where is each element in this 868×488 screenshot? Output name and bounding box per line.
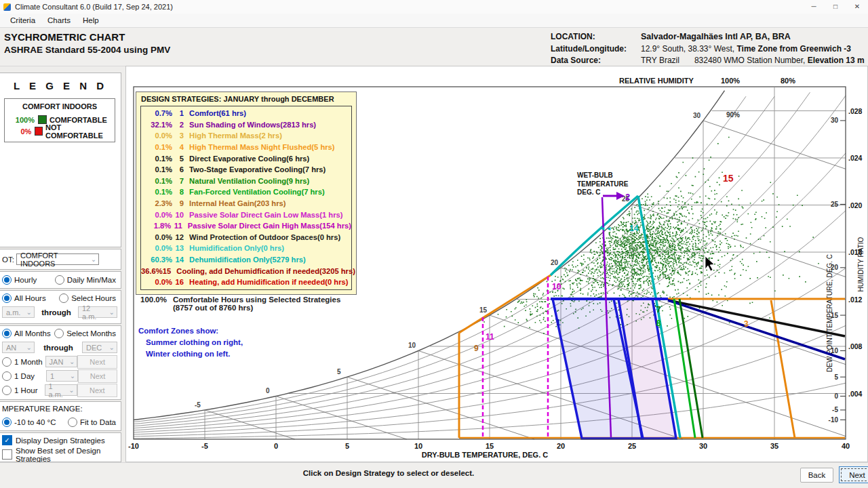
radio-daily-minmax[interactable] — [55, 275, 64, 285]
radio-one-day[interactable] — [2, 371, 12, 381]
design-strategies-header: DESIGN STRATEGIES: JANUARY through DECEM… — [136, 92, 356, 104]
svg-text:90%: 90% — [726, 111, 740, 119]
svg-text:80%: 80% — [781, 77, 795, 85]
menu-item-charts[interactable]: Charts — [41, 16, 77, 24]
page-title: SYCHROMETRIC CHART — [4, 31, 125, 43]
radio-all-hours[interactable] — [2, 293, 12, 303]
hours-from-dropdown[interactable]: a.m.⌄ — [2, 306, 35, 318]
svg-text:TEMPERATURE: TEMPERATURE — [577, 180, 629, 188]
one-hour-dropdown[interactable]: 1 a.m.⌄ — [45, 384, 77, 396]
footer-bar: Click on Design Strategy to select or de… — [0, 462, 868, 488]
svg-text:HUMIDITY RATIO: HUMIDITY RATIO — [857, 237, 865, 291]
chevron-down-icon: ⌄ — [68, 386, 74, 394]
svg-text:0: 0 — [834, 392, 838, 400]
chevron-down-icon: ⌄ — [26, 344, 32, 351]
radio-select-months[interactable] — [54, 329, 64, 338]
one-day-dropdown[interactable]: 1⌄ — [46, 370, 78, 382]
svg-text:RELATIVE HUMIDITY: RELATIVE HUMIDITY — [619, 77, 694, 85]
strategy-row[interactable]: 0.1%7 Natural Ventilation Cooling(9 hrs) — [141, 176, 351, 187]
location-value: Salvador-Magalhäes Intl AP, BA, BRA — [641, 32, 791, 41]
next-day-button[interactable]: Next — [78, 369, 117, 383]
strategy-row[interactable]: 0.1%6 Two-Stage Evaporative Cooling(7 hr… — [141, 164, 351, 176]
radio-fit-to-data[interactable] — [68, 418, 77, 427]
svg-text:8: 8 — [656, 319, 661, 328]
svg-text:1: 1 — [556, 318, 561, 327]
menu-item-criteria[interactable]: Criteria — [4, 16, 41, 24]
svg-text:.012: .012 — [848, 296, 863, 304]
radio-hourly[interactable] — [2, 275, 12, 285]
svg-text:WET-BULB: WET-BULB — [577, 171, 613, 179]
svg-text:0: 0 — [266, 387, 270, 394]
show-best-strategies-checkbox[interactable] — [2, 449, 12, 460]
radio-one-month[interactable] — [2, 357, 12, 367]
svg-text:DEG. C: DEG. C — [577, 188, 600, 196]
svg-text:10: 10 — [408, 342, 416, 349]
comfort-box-title: COMFORT INDOORS — [7, 102, 112, 110]
radio-temp-range[interactable] — [2, 418, 12, 427]
months-to-dropdown[interactable]: DEC⌄ — [82, 342, 117, 353]
hours-to-dropdown[interactable]: 12 a.m.⌄ — [78, 306, 117, 318]
comfort-zones-note: Comfort Zones show: Summer clothing on r… — [138, 325, 243, 360]
svg-text:-5: -5 — [832, 406, 838, 413]
location-info: LOCATION:Salvador-Magalhäes Intl AP, BA,… — [551, 32, 865, 68]
data-source-label: Data Source: — [551, 56, 641, 65]
close-icon[interactable]: ✕ — [846, 0, 868, 14]
legend-title: L E G E N D — [0, 80, 121, 92]
strategy-options-panel: ✓ Display Design Strategies Show Best se… — [0, 432, 121, 462]
strategy-row[interactable]: 60.3%14 Dehumidification Only(5279 hrs) — [141, 254, 351, 266]
strategy-row[interactable]: 0.0%13 Humidification Only(0 hrs) — [141, 243, 351, 254]
comfort-indoors-box: COMFORT INDOORS 100% COMFORTABLE 0% NOT … — [4, 98, 115, 142]
next-button[interactable]: Next — [839, 466, 868, 483]
temperature-range-label: MPERATURE RANGE: — [2, 405, 83, 413]
strategy-row[interactable]: 32.1%2 Sun Shading of Windows(2813 hrs) — [141, 119, 351, 131]
strategy-row[interactable]: 0.1%5 Direct Evaporative Cooling(6 hrs) — [141, 152, 351, 164]
radio-all-months[interactable] — [2, 329, 12, 338]
location-label: LOCATION: — [551, 32, 641, 41]
one-month-dropdown[interactable]: JAN⌄ — [45, 356, 78, 367]
svg-text:.028: .028 — [848, 107, 863, 115]
back-button[interactable]: Back — [800, 468, 833, 483]
months-from-dropdown[interactable]: AN⌄ — [2, 342, 35, 353]
menu-item-help[interactable]: Help — [77, 16, 105, 24]
display-design-strategies-checkbox[interactable]: ✓ — [2, 435, 12, 445]
strategy-row[interactable]: 0.1%4 High Thermal Mass Night Flushed(5 … — [141, 142, 351, 153]
not-comfortable-swatch — [35, 127, 43, 136]
strategy-row[interactable]: 0.0%10 Passive Solar Direct Gain Low Mas… — [141, 209, 351, 220]
hourly-mode-panel: Hourly Daily Min/Max — [0, 271, 121, 289]
page-subtitle: ASHRAE Standard 55-2004 using PMV — [4, 45, 170, 55]
strategy-row[interactable]: 0.0%3 High Thermal Mass(2 hrs) — [141, 130, 351, 142]
next-month-button[interactable]: Next — [77, 355, 117, 369]
strategy-row[interactable]: 0.0%12 Wind Protection of Outdoor Spaces… — [141, 232, 351, 243]
strategy-row[interactable]: 0.7%1 Comfort(61 hrs) — [141, 108, 351, 119]
chevron-down-icon: ⌄ — [109, 308, 115, 316]
legend-row-not-comfortable: 0% NOT COMFORTABLE — [7, 125, 112, 137]
svg-text:7: 7 — [656, 305, 661, 314]
radio-one-hour[interactable] — [2, 386, 12, 395]
strategy-row[interactable]: 2.3%9 Internal Heat Gain(203 hrs) — [141, 198, 351, 209]
svg-text:-5: -5 — [201, 442, 208, 450]
svg-text:.024: .024 — [848, 154, 863, 162]
plot-label: OT: — [2, 256, 14, 264]
strategy-row[interactable]: 36.6%15 Cooling, add Dehumidfication if … — [141, 265, 351, 277]
svg-text:11: 11 — [486, 332, 494, 342]
plot-dropdown[interactable]: COMFORT INDOORS⌄ — [16, 253, 99, 265]
svg-text:10: 10 — [414, 442, 422, 450]
radio-select-hours[interactable] — [59, 293, 68, 303]
svg-text:◄◄: ◄◄ — [599, 225, 612, 232]
strategy-row[interactable]: 1.8%11 Passive Solar Direct Gain High Ma… — [141, 220, 351, 232]
svg-text:3: 3 — [744, 319, 749, 329]
app-icon — [3, 3, 11, 11]
strategy-row[interactable]: 0.1%8 Fan-Forced Ventilation Cooling(7 h… — [141, 186, 351, 198]
svg-text:30: 30 — [693, 112, 701, 119]
maximize-icon[interactable]: □ — [825, 0, 846, 14]
svg-text:15: 15 — [486, 442, 494, 450]
title-bar: Climate Consultant 6.0 (Build 17, Sep 24… — [0, 0, 868, 14]
svg-text:10: 10 — [552, 282, 561, 291]
svg-text:-10: -10 — [829, 416, 839, 424]
svg-text:15: 15 — [479, 306, 488, 314]
minimize-icon[interactable]: ─ — [803, 0, 825, 14]
svg-text:.004: .004 — [848, 390, 863, 398]
next-hour-button[interactable]: Next — [77, 384, 117, 397]
strategy-row[interactable]: 0.0%16 Heating, add Humidification if ne… — [141, 277, 351, 288]
svg-text:-5: -5 — [195, 401, 201, 409]
